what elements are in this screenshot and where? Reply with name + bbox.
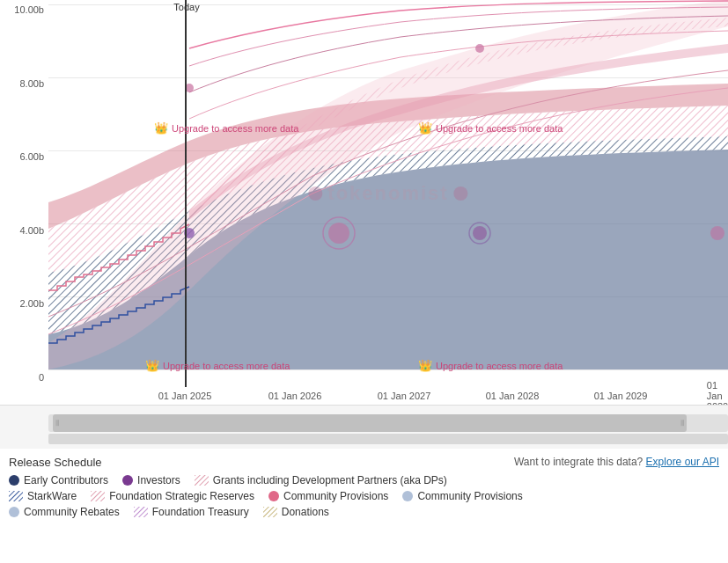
legend-rows: Early Contributors Investors Grants incl…	[9, 474, 719, 518]
upgrade-banner-1[interactable]: 👑 Upgrade to access more data	[154, 121, 298, 135]
svg-rect-12	[134, 507, 148, 517]
y-label-4: 4.00b	[4, 225, 44, 236]
legend-label-treasury: Foundation Treasury	[152, 506, 249, 518]
legend-label-investors: Investors	[137, 474, 180, 486]
x-label-4: 01 Jan 2028	[486, 391, 540, 401]
x-label-6: 01 Jan 2030	[707, 380, 728, 405]
crown-icon-4: 👑	[418, 359, 432, 372]
legend-item-foundation-reserves: Foundation Strategic Reserves	[91, 490, 254, 502]
upper-dot-2[interactable]	[475, 44, 484, 53]
api-link[interactable]: Explore our API	[646, 456, 719, 468]
upgrade-banner-2[interactable]: 👑 Upgrade to access more data	[418, 121, 563, 135]
x-label-5: 01 Jan 2029	[594, 391, 648, 401]
legend-label-rebates: Community Rebates	[24, 506, 120, 518]
crown-icon-2: 👑	[418, 121, 432, 135]
legend-item-grants: Grants including Development Partners (a…	[195, 474, 447, 486]
upgrade-text-3: Upgrade to access more data	[163, 361, 290, 371]
legend-item-community-provisions-1: Community Provisions	[268, 490, 388, 502]
y-label-3: 6.00b	[4, 151, 44, 162]
svg-rect-8	[9, 491, 23, 501]
chart-svg	[48, 0, 728, 387]
legend-label-foundation-reserves: Foundation Strategic Reserves	[109, 490, 254, 502]
svg-rect-6	[195, 475, 209, 486]
upgrade-text-2: Upgrade to access more data	[436, 123, 563, 134]
api-label: Want to integrate this data?	[514, 456, 643, 468]
x-label-2: 01 Jan 2026	[268, 391, 322, 401]
tooltip-dot-4[interactable]	[710, 226, 724, 240]
crown-icon-3: 👑	[145, 359, 159, 372]
upgrade-text-4: Upgrade to access more data	[436, 361, 563, 371]
y-label-2: 8.00b	[4, 78, 44, 89]
legend-label-grants: Grants including Development Partners (a…	[213, 474, 447, 486]
legend-item-investors: Investors	[122, 474, 180, 486]
legend-swatch-treasury	[134, 507, 148, 517]
legend-item-community-provisions-2: Community Provisions	[402, 490, 522, 502]
legend-api-text: Want to integrate this data? Explore our…	[514, 456, 719, 468]
legend-row-2: StarkWare Foundation Strategic Reserves …	[9, 490, 719, 502]
chart-container: 10.00b 8.00b 6.00b 4.00b 2.00b 0	[0, 0, 728, 405]
legend-dot-community-1	[268, 491, 279, 501]
legend-item-donations: Donations	[263, 506, 329, 518]
x-label-1: 01 Jan 2025	[158, 391, 212, 401]
y-label-6: 0	[4, 372, 44, 383]
legend-dot-rebates	[9, 507, 19, 517]
legend-label-starkware: StarkWare	[27, 490, 77, 502]
legend-swatch-donations	[263, 507, 277, 517]
legend-dot-investors	[122, 475, 133, 486]
legend-swatch-starkware	[9, 491, 23, 501]
tooltip-dot-2[interactable]	[328, 223, 349, 244]
legend-item-foundation-treasury: Foundation Treasury	[134, 506, 249, 518]
legend-item-starkware: StarkWare	[9, 490, 77, 502]
legend-label-community-2: Community Provisions	[417, 490, 522, 502]
scrollbar-lower	[48, 434, 728, 444]
legend-swatch-foundation-reserves	[91, 491, 105, 501]
svg-rect-14	[263, 507, 277, 517]
x-axis: 01 Jan 2025 01 Jan 2026 01 Jan 2027 01 J…	[48, 387, 728, 405]
legend-row-1: Early Contributors Investors Grants incl…	[9, 474, 719, 486]
today-line: Today	[185, 0, 187, 387]
legend-row-3: Community Rebates Foundation Treasury	[9, 506, 719, 518]
scrollbar-handle-right[interactable]: ⦀	[680, 418, 684, 428]
upgrade-banner-3[interactable]: 👑 Upgrade to access more data	[145, 359, 290, 372]
scrollbar-track[interactable]: ⦀ ⦀	[48, 414, 728, 432]
legend-item-community-rebates: Community Rebates	[9, 506, 120, 518]
legend-dot-early	[9, 475, 19, 486]
legend-dot-community-2	[402, 491, 413, 501]
y-axis: 10.00b 8.00b 6.00b 4.00b 2.00b 0	[0, 0, 48, 387]
legend-item-early-contributors: Early Contributors	[9, 474, 108, 486]
upgrade-banner-4[interactable]: 👑 Upgrade to access more data	[418, 359, 563, 372]
scrollbar-thumb[interactable]: ⦀ ⦀	[53, 414, 687, 432]
legend-area: Release Schedule Want to integrate this …	[0, 449, 728, 563]
upgrade-text-1: Upgrade to access more data	[172, 123, 298, 134]
legend-label-donations: Donations	[282, 506, 329, 518]
tooltip-dot-3[interactable]	[473, 226, 487, 240]
legend-label-early: Early Contributors	[24, 474, 108, 486]
today-label: Today	[173, 2, 199, 12]
chart-area: Today 👑 Upgrade to access more data 👑 Up…	[48, 0, 728, 387]
legend-label-community-1: Community Provisions	[283, 490, 388, 502]
y-label-1: 10.00b	[4, 4, 44, 15]
scrollbar-area: ⦀ ⦀	[0, 405, 728, 449]
scrollbar-handle-left[interactable]: ⦀	[55, 418, 59, 428]
crown-icon-1: 👑	[154, 121, 168, 135]
y-label-5: 2.00b	[4, 298, 44, 309]
legend-swatch-grants	[195, 475, 209, 486]
x-label-3: 01 Jan 2027	[378, 391, 431, 401]
svg-rect-10	[91, 491, 105, 501]
